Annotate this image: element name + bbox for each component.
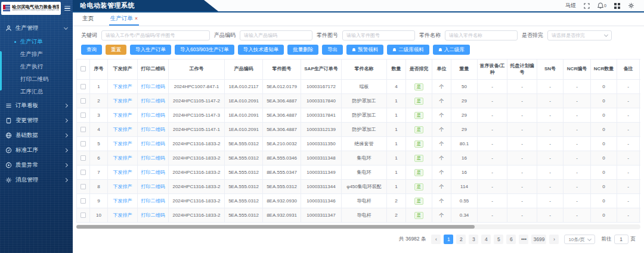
sidebar-item-print-qrcode[interactable]: 打印二维码 <box>0 73 73 86</box>
goto-page-input[interactable] <box>614 235 628 244</box>
page-button-5[interactable]: 5 <box>494 235 503 244</box>
warn-material-button[interactable]: 预警领料 <box>346 45 383 55</box>
prev-page-button[interactable]: ‹ <box>431 235 441 244</box>
print-qrcode-link[interactable]: 打印二维码 <box>141 170 165 175</box>
import-tech-notice-button[interactable]: 导入技术通知单 <box>238 45 284 55</box>
print-qrcode-link[interactable]: 打印二维码 <box>141 98 165 104</box>
company-logo-mark-icon <box>3 5 10 12</box>
page-button-6[interactable]: 6 <box>506 235 516 244</box>
last-page-button[interactable]: 3699 <box>531 235 546 244</box>
fullscreen-icon[interactable] <box>584 3 590 9</box>
current-username[interactable]: 马煜 <box>565 2 576 10</box>
sidebar-item-production-execution[interactable]: 生产执行 <box>0 61 73 73</box>
sidebar-item-process-summary[interactable]: 工序汇总 <box>0 86 73 98</box>
into-l2-warehouse-button[interactable]: 入二级库 <box>433 45 470 55</box>
print-qrcode-link[interactable]: 打印二维码 <box>141 127 165 132</box>
row-checkbox[interactable] <box>80 184 86 189</box>
dispatch-link[interactable]: 下发排产 <box>113 98 132 104</box>
dispatch-link[interactable]: 下发排产 <box>113 198 132 204</box>
dispatch-link[interactable]: 下发排产 <box>113 113 132 118</box>
page-size-select[interactable]: 10条/页 <box>564 235 595 244</box>
batch-delete-button[interactable]: 批量删除 <box>287 45 318 55</box>
part-name-input[interactable] <box>445 30 518 40</box>
table-row: 1 下发排产 打印二维码 2024HPC1007-847-1 1EA.010.2… <box>77 80 641 94</box>
row-checkbox[interactable] <box>80 170 86 175</box>
row-checkbox[interactable] <box>80 213 86 218</box>
cell-job: 2024HPC1316-1833-2 <box>169 180 225 194</box>
page-button-4[interactable]: 4 <box>481 235 491 244</box>
settings-gear-icon[interactable] <box>628 2 634 9</box>
import-order-button[interactable]: 导入生产订单 <box>130 45 171 55</box>
sidebar-item-message-management[interactable]: 消息管理 <box>0 173 73 188</box>
table-row: 2 下发排产 打印二维码 2024HPC1105-1147-2 1EA.010.… <box>77 94 641 108</box>
row-checkbox[interactable] <box>80 155 86 161</box>
row-checkbox[interactable] <box>80 84 86 89</box>
search-button[interactable]: 查询 <box>81 45 102 55</box>
page-button-3[interactable]: 3 <box>469 235 478 244</box>
print-qrcode-link[interactable]: 打印二维码 <box>141 213 165 218</box>
cell-note: - <box>617 137 640 151</box>
sidebar-item-production-orders[interactable]: 生产订单 <box>0 36 73 48</box>
tab-production-orders[interactable]: 生产订单 × <box>109 13 139 26</box>
more-pages-button[interactable]: ••• <box>519 235 528 244</box>
top-header: 哈电动装管理系统 马煜 0 <box>73 0 644 13</box>
dispatch-link[interactable]: 下发排产 <box>113 155 132 161</box>
dispatch-link[interactable]: 下发排产 <box>113 84 132 89</box>
row-checkbox[interactable] <box>80 98 86 104</box>
sidebar-item-quality-exception[interactable]: 质量异常 <box>0 158 73 173</box>
dispatch-link[interactable]: 下发排产 <box>113 170 132 175</box>
sidebar-item-production-scheduling[interactable]: 生产排产 <box>0 48 73 61</box>
print-qrcode-link[interactable]: 打印二维码 <box>141 141 165 146</box>
print-qrcode-link[interactable]: 打印二维码 <box>141 155 165 161</box>
l2-warehouse-material-button[interactable]: 二级库领料 <box>387 45 429 55</box>
next-page-button[interactable]: › <box>549 235 559 244</box>
cell-note: - <box>617 165 640 180</box>
cell-part: 5EA.306.4887 <box>263 94 301 108</box>
scrollbar-thumb[interactable] <box>76 225 475 229</box>
dispatch-link[interactable]: 下发排产 <box>113 127 132 132</box>
keyword-input[interactable] <box>101 30 210 40</box>
row-checkbox[interactable] <box>80 141 86 146</box>
notification-bell-icon[interactable]: 0 <box>597 2 606 9</box>
export-button[interactable]: 导出 <box>322 45 343 55</box>
cell-qty: 2 <box>387 194 406 208</box>
sidebar-menu: 生产管理 生产订单 生产排产 生产执行 打印二维码 工序汇总 <box>0 18 73 188</box>
page-button-1[interactable]: 1 <box>444 235 453 244</box>
horizontal-scrollbar[interactable] <box>76 224 640 229</box>
cell-qty: 1 <box>387 94 406 108</box>
print-qrcode-link[interactable]: 打印二维码 <box>141 84 165 89</box>
cell-part: 8EA.555.0346 <box>263 151 301 165</box>
sidebar-item-production-management[interactable]: 生产管理 <box>0 21 73 36</box>
print-qrcode-link[interactable]: 打印二维码 <box>141 113 165 118</box>
row-checkbox[interactable] <box>80 127 86 132</box>
sidebar-item-change-management[interactable]: 变更管理 <box>0 113 73 128</box>
cell-product: 5EA.555.0312 <box>225 194 263 208</box>
cell-device: - <box>478 165 507 180</box>
dispatch-link[interactable]: 下发排产 <box>113 141 132 146</box>
print-qrcode-link[interactable]: 打印二维码 <box>141 184 165 189</box>
cell-qty: 2 <box>387 208 406 223</box>
row-checkbox[interactable] <box>80 113 86 118</box>
apps-grid-icon[interactable] <box>614 3 620 9</box>
collapse-sidebar-icon[interactable] <box>63 5 72 13</box>
print-qrcode-link[interactable]: 打印二维码 <box>141 198 165 204</box>
product-code-input[interactable] <box>240 30 312 40</box>
scheduled-select[interactable]: 请选择是否排完 <box>547 30 612 40</box>
globe-icon <box>5 132 12 139</box>
close-tab-icon[interactable]: × <box>135 16 138 21</box>
table-header-row: 序号 下发排产 打印二维码 工作号 产品编码 零件图号 SAP生产订单号 零件名… <box>77 60 641 80</box>
select-all-checkbox[interactable] <box>80 66 86 71</box>
page-button-2[interactable]: 2 <box>456 235 466 244</box>
reset-button[interactable]: 重置 <box>106 45 126 55</box>
sidebar-item-standard-process[interactable]: 标准工序 <box>0 143 73 158</box>
sidebar-item-order-board[interactable]: 订单看板 <box>0 98 73 113</box>
row-checkbox[interactable] <box>80 198 86 204</box>
part-no-input[interactable] <box>342 30 415 40</box>
sidebar-item-base-data[interactable]: 基础数据 <box>0 128 73 143</box>
cell-ncr-qty: 0 <box>591 151 617 165</box>
dispatch-link[interactable]: 下发排产 <box>113 213 132 218</box>
import-603-903-button[interactable]: 导入603/903生产订单 <box>175 45 234 55</box>
scheduled-label: 是否排完 <box>522 32 543 39</box>
tab-home[interactable]: 主页 <box>81 13 95 26</box>
dispatch-link[interactable]: 下发排产 <box>113 184 132 189</box>
